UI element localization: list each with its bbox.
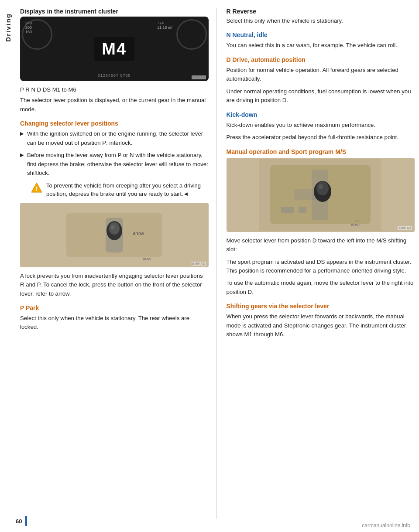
manual-sport-title: Manual operation and Sport program M/S xyxy=(227,148,415,155)
r-reverse-desc: Select this only when the vehicle is sta… xyxy=(227,17,415,25)
left-column: Displays in the instrument cluster 24020… xyxy=(20,8,217,519)
d-drive-section: D Drive, automatic position Position for… xyxy=(227,56,415,105)
gear-image-left: ← arrow BMW BMW AG xyxy=(20,203,209,267)
n-neutral-title: N Neutral, idle xyxy=(227,31,415,38)
svg-text:M/S: M/S xyxy=(355,219,361,222)
shifting-gears-section: Shifting gears via the selector lever Wh… xyxy=(227,303,415,339)
displays-title: Displays in the instrument cluster xyxy=(20,8,209,15)
gear-image-right-watermark: BMW AG xyxy=(398,226,412,230)
shifting-gears-title: Shifting gears via the selector lever xyxy=(227,303,415,310)
kick-down-desc1: Kick-down enables you to achieve maximum… xyxy=(227,121,415,130)
bullet-text-2: Before moving the lever away from P or N… xyxy=(27,151,209,177)
gear-image-svg-left: ← arrow BMW xyxy=(20,203,209,267)
kick-down-desc2: Press the accelerator pedal beyond the f… xyxy=(227,133,415,142)
displays-section: Displays in the instrument cluster 24020… xyxy=(20,8,209,114)
manual-sport-desc1: Move selector lever from position D towa… xyxy=(227,236,415,254)
page-footer: 60 xyxy=(0,516,419,526)
bullet-item-2: ▶ Before moving the lever away from P or… xyxy=(20,151,209,177)
svg-point-15 xyxy=(316,181,329,195)
n-neutral-desc: You can select this in a car wash, for e… xyxy=(227,41,415,50)
cluster-arc-left xyxy=(22,19,52,50)
kick-down-title: Kick-down xyxy=(227,111,415,118)
r-reverse-section: R Reverse Select this only when the vehi… xyxy=(227,8,415,25)
svg-rect-17 xyxy=(281,207,294,213)
svg-text:← arrow: ← arrow xyxy=(127,231,144,236)
p-park-section: P Park Select this only when the vehicle… xyxy=(20,304,209,332)
page-bar xyxy=(25,516,27,526)
svg-point-6 xyxy=(109,222,120,235)
svg-point-7 xyxy=(111,225,114,229)
svg-text:BMW: BMW xyxy=(143,257,151,261)
d-drive-title: D Drive, automatic position xyxy=(227,56,415,63)
bullet-list: ▶ With the ignition switched on or the e… xyxy=(20,130,209,177)
bullet-arrow-1: ▶ xyxy=(20,130,24,137)
svg-rect-18 xyxy=(299,207,306,213)
manual-sport-section: Manual operation and Sport program M/S xyxy=(227,148,415,297)
cluster-m4-display: M4 xyxy=(94,37,134,61)
warning-icon: ! xyxy=(31,182,43,194)
changing-title: Changing selector lever positions xyxy=(20,120,209,127)
cluster-gear-row: P R N D DS M1 to M6 xyxy=(20,85,209,94)
cluster-image: 240200160 +7411:15 am M4 01234567 8765 B… xyxy=(20,17,209,81)
kick-down-section: Kick-down Kick-down enables you to achie… xyxy=(227,111,415,142)
right-column: R Reverse Select this only when the vehi… xyxy=(217,8,415,519)
svg-text:!: ! xyxy=(36,185,38,192)
shifting-gears-desc: When you press the selector lever forwar… xyxy=(227,312,415,339)
bullet-arrow-2: ▶ xyxy=(20,151,24,159)
warning-box: ! To prevent the vehicle from creeping a… xyxy=(31,181,209,198)
gear-image-left-watermark: BMW AG xyxy=(192,262,206,266)
d-drive-desc2: Under normal operating conditions, fuel … xyxy=(227,87,415,105)
sidebar: Driving xyxy=(0,0,16,532)
gear-image-right: BMW M/S BMW AG xyxy=(227,158,415,232)
warning-text: To prevent the vehicle from creeping aft… xyxy=(46,181,209,198)
cluster-arc-right xyxy=(176,19,207,50)
svg-point-16 xyxy=(319,184,323,189)
manual-sport-desc2: The sport program is activated and DS ap… xyxy=(227,258,415,276)
page-number: 60 xyxy=(16,518,22,525)
cluster-time: +7411:15 am xyxy=(157,21,174,30)
p-park-title: P Park xyxy=(20,304,209,311)
svg-text:BMW: BMW xyxy=(351,223,360,227)
gear-image-svg-right: BMW M/S xyxy=(227,158,415,232)
changing-section: Changing selector lever positions ▶ With… xyxy=(20,120,209,298)
cluster-digits: 01234567 8765 xyxy=(98,73,131,78)
manual-sport-desc3: To use the automatic mode again, move th… xyxy=(227,279,415,297)
r-reverse-title: R Reverse xyxy=(227,8,415,15)
cluster-watermark: BMW AG xyxy=(192,75,206,79)
bullet-text-1: With the ignition switched on or the eng… xyxy=(27,130,209,147)
cluster-desc: The selector lever position is displayed… xyxy=(20,96,209,114)
lock-desc: A lock prevents you from inadvertently e… xyxy=(20,272,209,298)
d-drive-desc1: Position for normal vehicle operation. A… xyxy=(227,66,415,84)
bullet-item-1: ▶ With the ignition switched on or the e… xyxy=(20,130,209,147)
n-neutral-section: N Neutral, idle You can select this in a… xyxy=(227,31,415,50)
p-park-desc: Select this only when the vehicle is sta… xyxy=(20,314,209,332)
website-footer: carmanualonline.info xyxy=(362,522,410,529)
sidebar-label: Driving xyxy=(4,13,12,42)
